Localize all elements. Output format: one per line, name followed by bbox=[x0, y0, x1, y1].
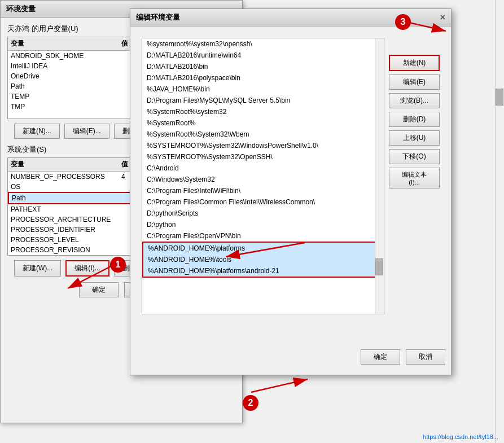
edit-down-button[interactable]: 下移(O) bbox=[389, 149, 440, 164]
edit-delete-button[interactable]: 删除(D) bbox=[389, 112, 440, 127]
list-item[interactable]: D:\python bbox=[142, 219, 384, 230]
list-item[interactable]: D:\MATLAB2016\polyspace\bin bbox=[142, 72, 384, 84]
list-item[interactable]: D:\python\Scripts bbox=[142, 208, 384, 219]
bg-scrollbar-thumb[interactable] bbox=[496, 89, 503, 106]
edit-browse-button[interactable]: 浏览(B)... bbox=[389, 93, 440, 108]
edit-new-button[interactable]: 新建(N) bbox=[389, 55, 440, 71]
annotation-number-2: 2 bbox=[243, 395, 258, 411]
svg-line-2 bbox=[251, 379, 308, 392]
edit-edit-button[interactable]: 编辑(E) bbox=[389, 74, 440, 90]
list-item[interactable]: %SystemRoot%\system32 bbox=[142, 106, 384, 117]
user-col-var: 变量 bbox=[11, 39, 121, 49]
path-items-container: %systemroot%\system32\openssh\D:\MATLAB2… bbox=[142, 38, 384, 278]
edit-ok-button[interactable]: 确定 bbox=[361, 349, 400, 365]
list-item[interactable]: %SYSTEMROOT%\System32\WindowsPowerShell\… bbox=[142, 140, 384, 151]
edit-dialog: 编辑环境变量 × %systemroot%\system32\openssh\D… bbox=[130, 8, 452, 375]
list-item[interactable]: %SystemRoot%\System32\Wbem bbox=[142, 129, 384, 140]
list-item[interactable]: %systemroot%\system32\openssh\ bbox=[142, 38, 384, 50]
scrollbar-thumb[interactable] bbox=[375, 258, 383, 275]
list-item[interactable]: %SYSTEMROOT%\System32\OpenSSH\ bbox=[142, 151, 384, 163]
edit-dialog-title-text: 编辑环境变量 bbox=[136, 12, 180, 23]
user-edit-button[interactable]: 编辑(E)... bbox=[64, 124, 109, 139]
sys-new-button[interactable]: 新建(W)... bbox=[14, 260, 61, 277]
list-item[interactable]: D:\MATLAB2016\bin bbox=[142, 61, 384, 72]
list-item[interactable]: %ANDROID_HOME%\tools bbox=[142, 254, 384, 265]
annotation-2: 2 bbox=[243, 395, 258, 411]
list-item[interactable]: C:\Program Files\Intel\WiFi\bin\ bbox=[142, 185, 384, 196]
sys-col-var: 变量 bbox=[11, 160, 121, 169]
bg-scrollbar[interactable] bbox=[495, 0, 504, 443]
list-item[interactable]: %JAVA_HOME%\bin bbox=[142, 84, 384, 95]
scrollbar-track[interactable] bbox=[375, 38, 384, 314]
path-list: %systemroot%\system32\openssh\D:\MATLAB2… bbox=[142, 38, 384, 314]
list-item[interactable]: D:\Program Files\MySQL\MySQL Server 5.5\… bbox=[142, 95, 384, 106]
list-item[interactable]: C:\Program Files\OpenVPN\bin bbox=[142, 230, 384, 242]
sys-edit-button[interactable]: 编辑(I)... bbox=[65, 260, 109, 277]
env-ok-button[interactable]: 确定 bbox=[79, 282, 119, 297]
list-item[interactable]: %ANDROID_HOME%\platforms bbox=[142, 242, 384, 254]
edit-dialog-title: 编辑环境变量 × bbox=[130, 9, 451, 27]
list-item[interactable]: C:\Windows\System32 bbox=[142, 174, 384, 185]
list-item[interactable]: %ANDROID_HOME%\platforms\android-21 bbox=[142, 265, 384, 278]
close-icon[interactable]: × bbox=[440, 13, 445, 22]
user-new-button[interactable]: 新建(N)... bbox=[14, 124, 60, 139]
watermark: https://blog.csdn.net/tyl18... bbox=[423, 433, 498, 440]
edit-right-btns: 新建(N) 编辑(E) 浏览(B)... 删除(D) 上移(U) 下移(O) 编… bbox=[389, 55, 440, 343]
list-item[interactable]: C:\Program Files\Common Files\Intel\Wire… bbox=[142, 196, 384, 208]
edit-up-button[interactable]: 上移(U) bbox=[389, 130, 440, 146]
edit-dialog-bottom: 确定 取消 bbox=[136, 349, 445, 369]
edit-text-button[interactable]: 编辑文本(I)... bbox=[389, 168, 440, 188]
list-item[interactable]: D:\MATLAB2016\runtime\win64 bbox=[142, 50, 384, 61]
edit-confirm-row: 确定 取消 bbox=[136, 349, 445, 365]
list-item[interactable]: C:\Android bbox=[142, 163, 384, 174]
edit-cancel-button[interactable]: 取消 bbox=[406, 349, 445, 365]
list-item[interactable]: %SystemRoot% bbox=[142, 117, 384, 129]
